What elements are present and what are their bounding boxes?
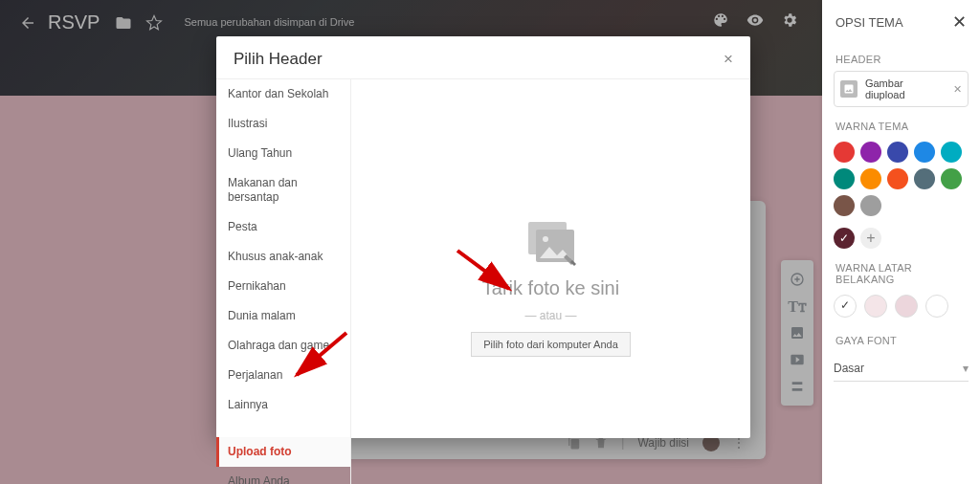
theme-color-swatch[interactable] [941,142,962,163]
bg-color-swatch[interactable] [895,295,918,318]
theme-color-swatch[interactable] [914,168,935,189]
category-item[interactable]: Lainnya [216,390,350,420]
bg-color-swatch[interactable] [834,295,857,318]
theme-color-swatch[interactable] [834,142,855,163]
category-item-upload[interactable]: Upload foto [216,437,350,467]
category-item[interactable]: Perjalanan [216,361,350,390]
add-custom-color[interactable]: + [860,228,881,249]
theme-color-swatch[interactable] [860,142,881,163]
pick-from-computer-button[interactable]: Pilih foto dari komputer Anda [471,332,631,357]
theme-color-swatch[interactable] [834,195,855,216]
header-picker-modal: Pilih Header × Kantor dan SekolahIlustra… [216,36,750,438]
font-section-label: GAYA FONT [822,321,980,352]
theme-color-swatch[interactable] [834,168,855,189]
category-item[interactable]: Olahraga dan game [216,331,350,361]
dropdown-caret-icon: ▾ [963,362,969,375]
category-item[interactable]: Ilustrasi [216,109,350,139]
theme-color-swatch[interactable] [860,168,881,189]
category-item[interactable]: Pernikahan [216,272,350,301]
theme-color-selected[interactable]: ✓ [834,228,855,249]
category-item[interactable]: Dunia malam [216,301,350,331]
modal-close-icon[interactable]: × [724,50,733,69]
svg-point-3 [543,236,548,242]
header-chip-label: Gambar diupload [865,77,946,100]
drop-hint: Tarik foto ke sini [482,277,619,299]
bg-color-swatches [822,291,980,321]
category-item[interactable]: Khusus anak-anak [216,242,350,272]
category-item[interactable]: Makanan dan bersantap [216,168,350,212]
theme-color-swatch[interactable] [887,142,908,163]
bg-color-label: WARNA LATAR BELAKANG [822,249,980,291]
image-icon [840,80,858,98]
modal-title: Pilih Header [234,50,323,69]
theme-panel-title: OPSI TEMA [835,15,903,30]
header-section-label: HEADER [822,40,980,71]
category-item-albums[interactable]: Album Anda [216,467,350,484]
header-image-chip[interactable]: Gambar diupload ✕ [834,71,969,107]
category-item[interactable]: Kantor dan Sekolah [216,79,350,109]
theme-color-swatches: ✓+ [822,138,980,249]
bg-color-swatch[interactable] [864,295,887,318]
upload-drop-area[interactable]: Tarik foto ke sini — atau — Pilih foto d… [351,79,750,484]
category-sidebar: Kantor dan SekolahIlustrasiUlang TahunMa… [216,79,351,484]
font-style-select[interactable]: Dasar ▾ [834,356,969,382]
or-divider: — atau — [524,309,576,322]
theme-color-swatch[interactable] [887,168,908,189]
close-icon[interactable]: ✕ [952,11,967,33]
upload-image-icon [524,220,578,270]
remove-header-icon[interactable]: ✕ [953,83,962,96]
font-value: Dasar [834,362,864,375]
theme-color-label: WARNA TEMA [822,107,980,138]
bg-color-swatch[interactable] [925,295,948,318]
category-item[interactable]: Ulang Tahun [216,139,350,168]
theme-color-swatch[interactable] [941,168,962,189]
theme-options-panel: OPSI TEMA ✕ HEADER Gambar diupload ✕ WAR… [822,0,980,484]
category-item[interactable]: Pesta [216,212,350,242]
theme-color-swatch[interactable] [914,142,935,163]
theme-color-swatch[interactable] [860,195,881,216]
